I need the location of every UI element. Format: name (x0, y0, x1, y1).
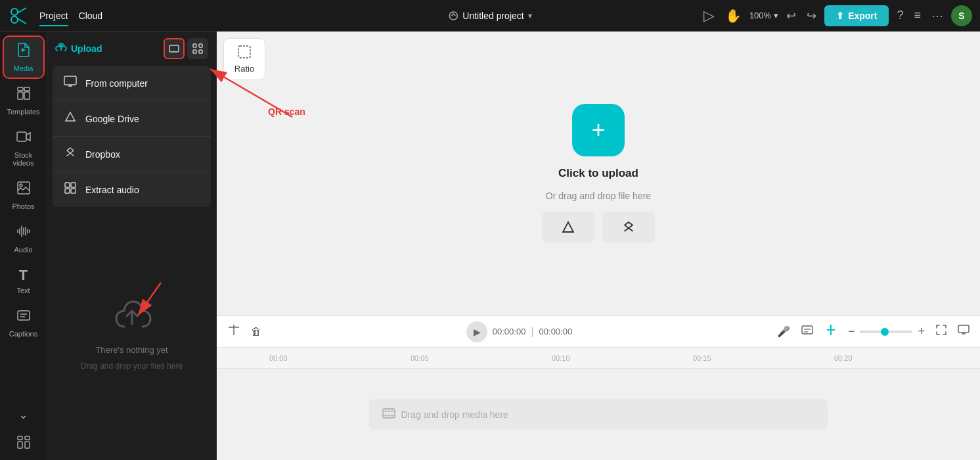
svg-rect-22 (199, 44, 202, 47)
zoom-out-btn[interactable]: − (845, 322, 858, 341)
zoom-in-btn[interactable]: + (915, 322, 927, 341)
sidebar-item-text[interactable]: T Text (4, 262, 43, 300)
chevron-down-icon: ⌄ (18, 407, 28, 422)
panel-empty-state: There's nothing yet Drag and drop your f… (47, 207, 216, 460)
export-button[interactable]: ⬆ Export (824, 5, 889, 26)
dropbox-option[interactable]: Dropbox (53, 137, 211, 172)
canvas-upload-btn[interactable]: + (572, 104, 625, 156)
extract-audio-icon (63, 181, 78, 198)
ruler-mark-3: 00:15 (693, 354, 834, 362)
svg-rect-12 (18, 311, 30, 320)
captions-tl-btn[interactable] (798, 321, 816, 342)
help-btn[interactable]: ? (894, 6, 906, 25)
hand-tool-btn[interactable]: ✋ (723, 5, 744, 26)
templates-icon (16, 85, 32, 105)
monitor-tl-btn[interactable] (955, 321, 972, 342)
svg-rect-18 (25, 442, 30, 448)
upload-dropdown: From computer Google Drive Dropbox (53, 66, 211, 207)
playback-controls: ▶ 00:00:00 | 00:00:00 (466, 321, 572, 342)
svg-rect-6 (24, 87, 30, 91)
drag-drop-media-area[interactable]: Drag and drop media here (369, 399, 827, 430)
sidebar-item-templates-label: Templates (7, 108, 39, 116)
sidebar-item-text-label: Text (16, 287, 30, 294)
undo-btn[interactable]: ↩ (784, 6, 799, 26)
upload-button[interactable]: Upload (55, 42, 102, 56)
user-avatar[interactable]: S (951, 5, 972, 26)
trim-btn[interactable] (225, 321, 243, 342)
sidebar-item-audio[interactable]: Audio (4, 218, 43, 259)
topbar: Project Cloud Untitled project ▾ ▷ ✋ 100… (0, 0, 980, 32)
tablet-view-btn[interactable] (164, 38, 185, 59)
ruler-mark-1: 00:05 (411, 354, 552, 362)
redo-btn[interactable]: ↪ (804, 6, 819, 26)
qr-scan-btn[interactable] (187, 38, 208, 59)
svg-rect-25 (64, 76, 76, 85)
topbar-controls: ▷ ✋ 100% ▾ ↩ ↪ ⬆ Export ? ≡ ⋯ S (701, 5, 972, 27)
film-icon (382, 407, 395, 422)
ratio-icon (237, 45, 252, 61)
project-dropdown-arrow[interactable]: ▾ (528, 11, 532, 20)
sidebar-item-templates[interactable]: Templates (4, 80, 43, 121)
zoom-slider-area: − + (845, 322, 927, 341)
svg-rect-5 (18, 87, 23, 91)
time-separator: | (531, 326, 533, 338)
main-area: Media Templates Stock videos (0, 32, 980, 460)
canvas-area: Ratio + Click to upload Or drag and drop… (217, 32, 980, 315)
ruler-mark-4: 00:20 (834, 354, 975, 362)
dropbox-canvas-btn[interactable] (602, 212, 655, 243)
google-drive-canvas-btn[interactable] (542, 212, 594, 243)
topbar-tabs: Project Cloud (39, 8, 102, 24)
google-drive-option[interactable]: Google Drive (53, 101, 211, 137)
panel-header: Upload (47, 32, 216, 66)
svg-rect-28 (65, 183, 70, 187)
svg-rect-10 (18, 182, 30, 194)
fullscreen-btn[interactable] (933, 321, 950, 342)
sidebar-item-media[interactable]: Media (4, 37, 43, 78)
delete-btn[interactable]: 🗑 (248, 323, 264, 340)
plus-icon: + (591, 116, 605, 144)
sidebar-item-more[interactable]: ⌄ (4, 402, 43, 427)
play-mode-btn[interactable]: ▷ (701, 5, 717, 27)
extract-audio-option[interactable]: Extract audio (53, 172, 211, 207)
tab-project[interactable]: Project (39, 8, 68, 24)
ruler-mark-2: 00:10 (552, 354, 693, 362)
current-time: 00:00:00 (493, 327, 526, 336)
sidebar: Media Templates Stock videos (0, 32, 47, 460)
sidebar-item-grid[interactable] (4, 430, 43, 455)
svg-rect-35 (802, 326, 813, 334)
sidebar-item-captions-label: Captions (9, 330, 37, 338)
zoom-slider[interactable] (860, 331, 912, 333)
ratio-button[interactable]: Ratio (223, 38, 265, 80)
grid-icon (16, 435, 31, 449)
app-logo (8, 5, 29, 26)
split-btn[interactable] (822, 321, 840, 342)
sidebar-item-photos[interactable]: Photos (4, 175, 43, 216)
svg-point-11 (20, 184, 22, 187)
play-btn[interactable]: ▶ (466, 321, 487, 342)
dropbox-icon (63, 146, 78, 162)
project-name[interactable]: Untitled project (462, 11, 523, 21)
timeline-track-area[interactable]: Drag and drop media here (217, 369, 980, 460)
tab-cloud[interactable]: Cloud (79, 8, 103, 24)
panel-header-icons (164, 38, 208, 59)
monitor-icon (63, 75, 78, 91)
more-btn[interactable]: ⋯ (929, 6, 946, 26)
sidebar-item-captions[interactable]: Captions (4, 302, 43, 343)
sidebar-item-stock-videos[interactable]: Stock videos (4, 124, 43, 172)
svg-point-0 (11, 9, 18, 15)
stock-videos-icon (16, 129, 32, 149)
audio-icon (16, 223, 32, 243)
media-panel: Upload (47, 32, 217, 460)
history-btn[interactable]: ≡ (911, 6, 924, 25)
zoom-control[interactable]: 100% ▾ (749, 11, 778, 20)
sidebar-item-media-label: Media (14, 64, 33, 72)
svg-line-2 (17, 8, 26, 13)
sidebar-item-photos-label: Photos (12, 202, 34, 210)
from-computer-option[interactable]: From computer (53, 66, 211, 101)
timeline-controls-right: 🎤 − (774, 321, 972, 342)
mic-btn[interactable]: 🎤 (774, 323, 793, 340)
total-time: 00:00:00 (539, 327, 573, 336)
timeline: 🗑 ▶ 00:00:00 | 00:00:00 🎤 (217, 315, 980, 460)
svg-rect-40 (958, 325, 969, 333)
svg-rect-29 (71, 183, 76, 187)
